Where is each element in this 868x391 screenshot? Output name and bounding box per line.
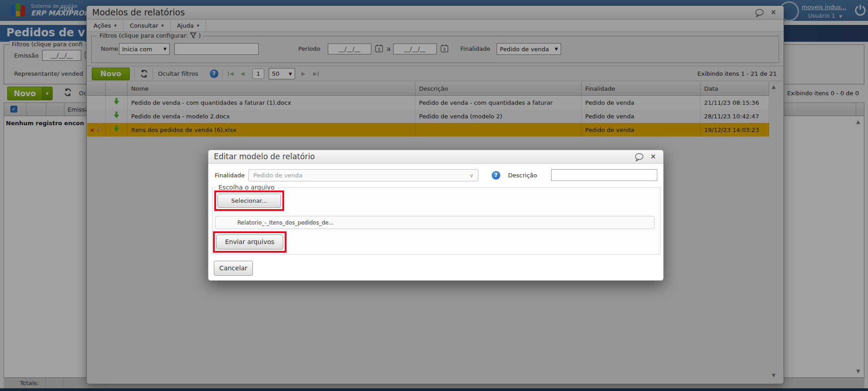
cancel-button[interactable]: Cancelar: [214, 261, 253, 276]
description-label: Descrição: [508, 172, 537, 179]
selected-file-name: Relatorio_-_Itens_dos_pedidos_de...: [237, 220, 334, 226]
upload-files-button[interactable]: Enviar arquivos: [216, 235, 283, 249]
edit-template-dialog: Editar modelo de relatório × Finalidade …: [208, 150, 664, 281]
annotation-highlight-upload: Enviar arquivos: [213, 231, 286, 253]
dialog-title: Editar modelo de relatório: [214, 152, 315, 161]
selected-file-row: Relatorio_-_Itens_dos_pedidos_de...: [215, 216, 655, 229]
description-input[interactable]: [551, 169, 657, 181]
purpose-label: Finalidade: [215, 172, 245, 179]
purpose-value: Pedido de venda: [253, 172, 302, 179]
annotation-highlight-select: Selecionar...: [214, 191, 284, 211]
dialog-title-bar: Editar modelo de relatório ×: [208, 150, 663, 164]
chevron-down-icon: ∨: [469, 172, 473, 179]
purpose-select-disabled[interactable]: Pedido de venda ∨: [248, 169, 478, 181]
comment-bubble-icon[interactable]: [634, 153, 644, 163]
select-file-button[interactable]: Selecionar...: [217, 194, 281, 208]
help-icon[interactable]: ?: [492, 171, 500, 180]
file-chooser-legend: Escolha o arquivo: [216, 184, 277, 191]
close-icon[interactable]: ×: [650, 152, 656, 161]
dialog-form-row: Finalidade Pedido de venda ∨ ? Descrição: [208, 169, 663, 183]
file-chooser-fieldset: Escolha o arquivo Selecionar... Relatori…: [212, 187, 661, 254]
